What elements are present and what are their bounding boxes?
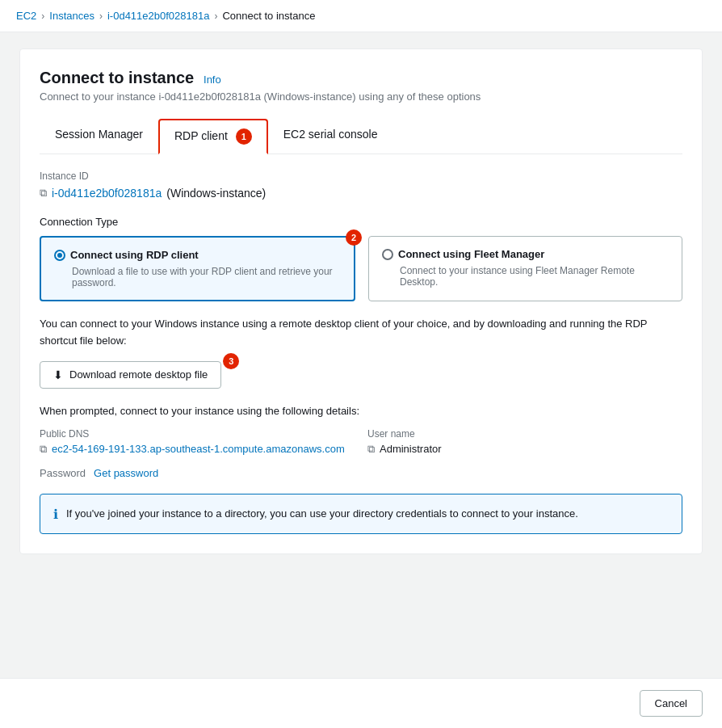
cancel-button[interactable]: Cancel (640, 690, 703, 717)
connection-type-section: Connection Type Connect using RDP client… (40, 216, 682, 301)
instance-id-link[interactable]: i-0d411e2b0f028181a (52, 187, 162, 200)
tab-ec2-serial[interactable]: EC2 serial console (268, 119, 393, 154)
breadcrumb-sep-1: › (41, 11, 44, 22)
tabs-bar: Session Manager RDP client 1 EC2 serial … (40, 119, 682, 154)
tab-session-manager[interactable]: Session Manager (40, 119, 158, 154)
when-prompted-text: When prompted, connect to your instance … (40, 405, 682, 417)
get-password-link[interactable]: Get password (94, 467, 158, 479)
rdp-radio-dot (54, 250, 65, 261)
dns-copy-icon[interactable]: ⧉ (40, 443, 47, 456)
download-btn-wrap: ⬇ Download remote desktop file 3 (40, 361, 221, 389)
username-value-row: ⧉ Administrator (367, 443, 682, 456)
main-content: Connect to instance Info Connect to your… (0, 32, 722, 678)
footer-bar: Cancel (0, 678, 722, 728)
step-badge-1: 1 (236, 128, 252, 145)
username-label: User name (367, 428, 682, 440)
fleet-option-title: Connect using Fleet Manager (398, 248, 544, 260)
username-value: Administrator (380, 443, 442, 455)
breadcrumb-instance-id[interactable]: i-0d411e2b0f028181a (107, 10, 210, 22)
public-dns-item: Public DNS ⧉ ec2-54-169-191-133.ap-south… (40, 428, 355, 456)
instance-id-suffix: (Windows-instance) (166, 187, 266, 200)
breadcrumb-instances[interactable]: Instances (49, 10, 94, 22)
fleet-radio-dot (382, 249, 393, 260)
breadcrumb-ec2[interactable]: EC2 (16, 10, 36, 22)
breadcrumb-sep-3: › (214, 11, 217, 22)
username-item: User name ⧉ Administrator (367, 428, 682, 456)
step-badge-2: 2 (346, 229, 362, 246)
public-dns-value[interactable]: ec2-54-169-191-133.ap-southeast-1.comput… (52, 443, 345, 455)
fleet-option-desc: Connect to your instance using Fleet Man… (400, 265, 669, 288)
download-icon: ⬇ (53, 368, 63, 381)
download-rdp-button[interactable]: ⬇ Download remote desktop file (40, 361, 221, 389)
panel-header: Connect to instance Info (40, 69, 682, 87)
step-badge-3: 3 (223, 353, 239, 369)
breadcrumb-current-page: Connect to instance (222, 10, 315, 22)
instance-id-row: ⧉ i-0d411e2b0f028181a (Windows-instance) (40, 187, 682, 200)
copy-icon[interactable]: ⧉ (40, 187, 47, 200)
description-text: You can connect to your Windows instance… (40, 316, 682, 350)
public-dns-value-row: ⧉ ec2-54-169-191-133.ap-southeast-1.comp… (40, 443, 355, 456)
info-box-text: If you've joined your instance to a dire… (66, 506, 578, 523)
password-label: Password (40, 467, 86, 479)
details-section: When prompted, connect to your instance … (40, 405, 682, 535)
instance-id-section: Instance ID ⧉ i-0d411e2b0f028181a (Windo… (40, 170, 682, 200)
password-row: Password Get password (40, 467, 682, 479)
breadcrumb: EC2 › Instances › i-0d411e2b0f028181a › … (0, 0, 722, 32)
instance-id-label: Instance ID (40, 170, 682, 182)
info-icon: ℹ (53, 507, 58, 522)
panel-title: Connect to instance (40, 69, 194, 86)
rdp-option-desc: Download a file to use with your RDP cli… (72, 266, 341, 288)
radio-option-rdp[interactable]: Connect using RDP client Download a file… (40, 236, 355, 301)
info-link[interactable]: Info (204, 74, 221, 86)
fleet-radio-row: Connect using Fleet Manager (382, 248, 669, 260)
details-grid: Public DNS ⧉ ec2-54-169-191-133.ap-south… (40, 428, 682, 456)
username-copy-icon[interactable]: ⧉ (367, 443, 375, 456)
public-dns-label: Public DNS (40, 428, 355, 440)
radio-options: Connect using RDP client Download a file… (40, 236, 682, 301)
connection-type-label: Connection Type (40, 216, 682, 228)
panel-subtitle: Connect to your instance i-0d411e2b0f028… (40, 90, 682, 103)
rdp-option-title: Connect using RDP client (70, 249, 199, 261)
connect-panel: Connect to instance Info Connect to your… (19, 48, 703, 554)
breadcrumb-sep-2: › (99, 11, 103, 22)
rdp-radio-row: Connect using RDP client (54, 249, 341, 261)
tab-rdp-client[interactable]: RDP client 1 (158, 119, 268, 154)
info-box: ℹ If you've joined your instance to a di… (40, 494, 682, 535)
radio-option-fleet[interactable]: Connect using Fleet Manager Connect to y… (368, 236, 682, 301)
